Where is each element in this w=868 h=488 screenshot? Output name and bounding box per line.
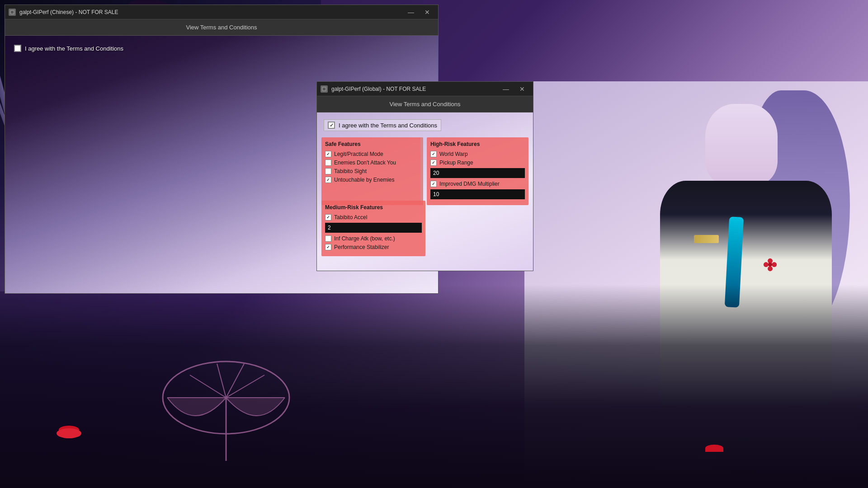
checkbox-tabibito-sight[interactable] <box>325 168 331 174</box>
medium-risk-title: Medium-Risk Features <box>325 204 422 211</box>
checkbox-improved-dmg[interactable] <box>430 181 437 187</box>
svg-rect-21 <box>323 88 326 90</box>
high-risk-panel: High-Risk Features World Warp Pickup Ran… <box>427 137 528 205</box>
agree-checkbox-global[interactable] <box>328 122 335 129</box>
checkbox-untouchable[interactable] <box>325 177 331 183</box>
titlebar-global: galpt-GIPerf (Global) - NOT FOR SALE — ✕ <box>317 82 533 96</box>
svg-point-6 <box>772 262 777 267</box>
checkbox-tabibito-accel[interactable] <box>325 214 331 221</box>
medium-risk-panel: Medium-Risk Features Tabibito Accel Inf … <box>321 201 425 256</box>
label-tabibito-accel: Tabibito Accel <box>334 214 367 221</box>
tabibito-accel-input[interactable] <box>325 223 422 233</box>
feature-item-perf-stabilizer: Performance Stabilizer <box>325 244 422 250</box>
feature-item-improved-dmg: Improved DMG Multiplier <box>430 181 525 187</box>
safe-features-title: Safe Features <box>325 141 420 147</box>
svg-rect-19 <box>11 11 14 14</box>
close-button-chinese[interactable]: ✕ <box>420 6 434 19</box>
app-icon-global <box>321 85 328 93</box>
checkbox-inf-charge[interactable] <box>325 235 331 242</box>
svg-point-9 <box>768 263 772 267</box>
toolbar-global: View Terms and Conditions <box>317 96 533 113</box>
app-icon-chinese <box>9 9 16 16</box>
checkbox-legit[interactable] <box>325 151 331 157</box>
agree-label-global: I agree with the Terms and Conditions <box>339 122 437 129</box>
window-body-global: I agree with the Terms and Conditions Sa… <box>317 113 533 271</box>
pickup-range-input[interactable] <box>430 168 525 178</box>
minimize-button-global[interactable]: — <box>499 83 513 95</box>
safe-features-panel: Safe Features Legit/Practical Mode Enemi… <box>321 137 423 205</box>
titlebar-left: galpt-GIPerf (Chinese) - NOT FOR SALE <box>9 9 118 16</box>
features-row: Safe Features Legit/Practical Mode Enemi… <box>321 137 528 205</box>
checkbox-perf-stabilizer[interactable] <box>325 244 331 250</box>
label-legit: Legit/Practical Mode <box>334 151 383 157</box>
agree-checkbox-chinese[interactable] <box>14 45 21 52</box>
agree-row-chinese: I agree with the Terms and Conditions <box>14 45 123 52</box>
agree-label-chinese: I agree with the Terms and Conditions <box>25 45 123 52</box>
window-controls-global: — ✕ <box>499 83 529 95</box>
svg-point-7 <box>768 266 773 271</box>
feature-item-legit: Legit/Practical Mode <box>325 151 420 157</box>
label-tabibito-sight: Tabibito Sight <box>334 168 367 174</box>
window-title-global: galpt-GIPerf (Global) - NOT FOR SALE <box>331 86 426 92</box>
feature-item-world-warp: World Warp <box>430 151 525 157</box>
label-inf-charge: Inf Charge Atk (bow, etc.) <box>334 235 395 242</box>
safe-panel-scrollbar[interactable] <box>420 137 423 205</box>
checkbox-pickup-range[interactable] <box>430 160 437 166</box>
svg-point-8 <box>764 262 769 267</box>
terms-link-chinese[interactable]: View Terms and Conditions <box>186 24 257 31</box>
toolbar-chinese: View Terms and Conditions <box>5 19 438 36</box>
feature-item-tabibito-sight: Tabibito Sight <box>325 168 420 174</box>
high-risk-title: High-Risk Features <box>430 141 525 147</box>
window-title-chinese: galpt-GIPerf (Chinese) - NOT FOR SALE <box>19 9 118 15</box>
feature-item-tabibito-accel: Tabibito Accel <box>325 214 422 221</box>
label-enemies-attack: Enemies Don't Attack You <box>334 160 396 166</box>
checkbox-world-warp[interactable] <box>430 151 437 157</box>
terms-link-global[interactable]: View Terms and Conditions <box>389 101 460 108</box>
feature-item-inf-charge: Inf Charge Atk (bow, etc.) <box>325 235 422 242</box>
label-pickup-range: Pickup Range <box>439 160 473 166</box>
checkbox-enemies-attack[interactable] <box>325 160 331 166</box>
minimize-button-chinese[interactable]: — <box>404 6 418 19</box>
improved-dmg-input[interactable] <box>430 189 525 199</box>
feature-item-enemies-attack: Enemies Don't Attack You <box>325 160 420 166</box>
label-world-warp: World Warp <box>439 151 468 157</box>
window-controls-chinese: — ✕ <box>404 6 434 19</box>
titlebar-chinese: galpt-GIPerf (Chinese) - NOT FOR SALE — … <box>5 5 438 19</box>
window-global: galpt-GIPerf (Global) - NOT FOR SALE — ✕… <box>316 81 533 271</box>
feature-item-pickup-range: Pickup Range <box>430 160 525 166</box>
label-perf-stabilizer: Performance Stabilizer <box>334 244 389 250</box>
titlebar-left-global: galpt-GIPerf (Global) - NOT FOR SALE <box>321 85 426 93</box>
close-button-global[interactable]: ✕ <box>515 83 529 95</box>
label-improved-dmg: Improved DMG Multiplier <box>439 181 500 187</box>
label-untouchable: Untouchable by Enemies <box>334 177 394 183</box>
feature-item-untouchable: Untouchable by Enemies <box>325 177 420 183</box>
agree-row-global: I agree with the Terms and Conditions <box>324 119 441 131</box>
